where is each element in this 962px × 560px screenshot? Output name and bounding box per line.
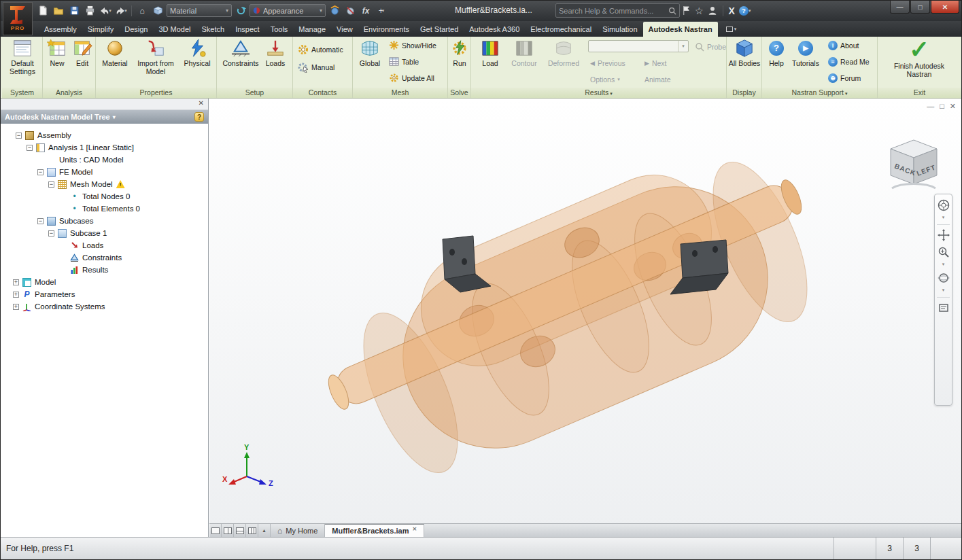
tree-item-loads[interactable]: Loads xyxy=(1,239,208,251)
clear-appearance-button[interactable] xyxy=(343,4,357,18)
tile-vertical-button[interactable] xyxy=(222,524,234,537)
results-set-dropdown-arrow[interactable]: ▾ xyxy=(678,41,688,52)
customize-toolbar-button[interactable]: + ▾ xyxy=(375,4,388,18)
loads-button[interactable]: Loads xyxy=(260,38,290,68)
wheel-dropdown-arrow[interactable]: ▾ xyxy=(942,215,945,221)
tab-view[interactable]: View xyxy=(331,22,358,37)
browser-help-icon[interactable]: ? xyxy=(194,112,204,122)
nastran-help-button[interactable]: ? Help xyxy=(765,38,788,68)
load-results-button[interactable]: Load xyxy=(477,38,504,68)
undo-button[interactable]: ▾ xyxy=(99,4,112,18)
doc-restore-button[interactable]: □ xyxy=(940,102,944,111)
collapse-icon[interactable]: − xyxy=(48,181,54,188)
tree-item-coordinate-systems[interactable]: + Coordinate Systems xyxy=(1,300,208,313)
redo-dropdown-arrow[interactable]: ▾ xyxy=(124,8,127,14)
navigation-wheel-button[interactable] xyxy=(937,198,950,212)
edit-analysis-button[interactable]: Edit xyxy=(70,38,95,68)
print-button[interactable] xyxy=(83,4,97,18)
new-file-button[interactable] xyxy=(36,4,50,18)
tree-item-model[interactable]: + Model xyxy=(1,276,208,288)
mesh-show-hide-button[interactable]: Show/Hide xyxy=(387,38,439,52)
next-result-button[interactable]: ▶ Next xyxy=(642,56,669,70)
finish-nastran-button[interactable]: ✓ Finish Autodesk Nastran xyxy=(885,38,953,78)
tab-simplify[interactable]: Simplify xyxy=(82,22,120,37)
manual-contacts-button[interactable]: Manual xyxy=(296,60,337,74)
panel-title-contacts[interactable]: Contacts xyxy=(293,88,352,98)
deformed-button[interactable]: Deformed xyxy=(545,38,583,68)
tile-columns-button[interactable] xyxy=(246,524,258,537)
home-button[interactable]: ⌂ xyxy=(135,4,149,18)
redo-button[interactable]: ▾ xyxy=(114,4,128,18)
undo-dropdown-arrow[interactable]: ▾ xyxy=(109,8,111,14)
collapse-icon[interactable]: − xyxy=(48,230,54,237)
update-material-button[interactable] xyxy=(234,4,247,18)
collapse-icon[interactable]: − xyxy=(27,145,33,151)
material-combobox[interactable]: Material ▾ xyxy=(167,4,232,17)
tree-item-results[interactable]: Results xyxy=(1,264,208,276)
panel-title-exit[interactable]: Exit xyxy=(878,88,961,98)
expand-icon[interactable]: + xyxy=(13,279,19,285)
all-bodies-button[interactable]: All Bodies xyxy=(728,38,761,68)
global-mesh-button[interactable]: Global xyxy=(356,38,384,68)
tree-item-subcases[interactable]: − Subcases xyxy=(1,215,208,227)
contour-button[interactable]: Contour xyxy=(506,38,542,68)
tile-single-button[interactable] xyxy=(209,524,222,537)
exchange-apps-icon[interactable]: X xyxy=(729,5,735,16)
doc-minimize-button[interactable]: — xyxy=(927,102,934,111)
tab-manage[interactable]: Manage xyxy=(293,22,331,37)
material-combobox-arrow[interactable]: ▾ xyxy=(226,7,228,14)
tree-item-total-elements[interactable]: • Total Elements 0 xyxy=(1,203,208,215)
tree-item-analysis-1[interactable]: − Analysis 1 [Linear Static] xyxy=(1,141,208,154)
panel-title-setup[interactable]: Setup xyxy=(217,88,292,98)
panel-title-analysis[interactable]: Analysis xyxy=(43,88,95,98)
visual-style-button[interactable] xyxy=(151,4,165,18)
muffler-model[interactable] xyxy=(324,150,826,486)
results-set-select[interactable]: ▾ xyxy=(588,40,689,52)
physical-button[interactable]: Physical xyxy=(180,38,214,68)
new-analysis-button[interactable]: New xyxy=(45,38,69,68)
expand-icon[interactable]: + xyxy=(13,292,19,298)
collapse-icon[interactable]: − xyxy=(37,218,44,224)
look-at-button[interactable] xyxy=(937,301,950,315)
mesh-table-button[interactable]: Table xyxy=(387,54,421,69)
tab-autodesk-nastran[interactable]: Autodesk Nastran xyxy=(643,22,718,37)
adjust-appearance-button[interactable] xyxy=(328,4,341,18)
browser-header-arrow[interactable]: ▾ xyxy=(113,114,116,120)
read-me-button[interactable]: ≡ Read Me xyxy=(826,54,872,69)
tab-3d-model[interactable]: 3D Model xyxy=(153,22,196,37)
tab-inspect[interactable]: Inspect xyxy=(230,22,264,37)
doc-close-button[interactable]: ✕ xyxy=(950,102,956,111)
material-button[interactable]: Material xyxy=(100,38,130,68)
automatic-contacts-button[interactable]: Automatic xyxy=(296,42,345,56)
tree-item-fe-model[interactable]: − FE Model xyxy=(1,166,208,178)
panel-title-solve[interactable]: Solve xyxy=(448,88,470,98)
tree-item-subcase-1[interactable]: − Subcase 1 xyxy=(1,227,208,239)
about-button[interactable]: i About xyxy=(826,38,861,52)
viewcube-compass-ring[interactable] xyxy=(892,183,935,188)
appearance-combobox[interactable]: Appearance ▾ xyxy=(250,4,326,17)
tab-tools[interactable]: Tools xyxy=(265,22,294,37)
zoom-button[interactable] xyxy=(937,245,950,259)
tree-item-parameters[interactable]: + P Parameters xyxy=(1,288,208,300)
tab-sketch[interactable]: Sketch xyxy=(196,22,230,37)
inventor-logo[interactable]: PRO xyxy=(3,2,33,35)
default-settings-button[interactable]: Default Settings xyxy=(6,38,39,75)
save-button[interactable] xyxy=(67,4,81,18)
appearance-combobox-arrow[interactable]: ▾ xyxy=(320,7,322,14)
tree-item-total-nodes[interactable]: • Total Nodes 0 xyxy=(1,190,208,203)
close-button[interactable]: ✕ xyxy=(931,1,959,14)
panel-title-display[interactable]: Display xyxy=(727,88,761,98)
panel-title-mesh[interactable]: Mesh xyxy=(353,88,447,98)
expand-icon[interactable]: + xyxy=(13,304,19,310)
search-icon[interactable] xyxy=(668,7,676,15)
mesh-update-all-button[interactable]: Update All xyxy=(387,71,436,85)
notification-flag-icon[interactable] xyxy=(682,5,691,16)
panel-title-nastran-support[interactable]: Nastran Support▾ xyxy=(762,88,877,98)
animate-button[interactable]: Animate xyxy=(642,72,673,86)
constraints-button[interactable]: Constraints xyxy=(222,38,259,68)
open-file-button[interactable] xyxy=(52,4,65,18)
tree-item-mesh-model[interactable]: − Mesh Model ! xyxy=(1,178,208,190)
user-profile-icon[interactable] xyxy=(708,5,717,16)
document-tab-muffler[interactable]: Muffler&Brackets.iam ✕ xyxy=(325,524,424,537)
orbit-dropdown-arrow[interactable]: ▾ xyxy=(942,288,945,294)
